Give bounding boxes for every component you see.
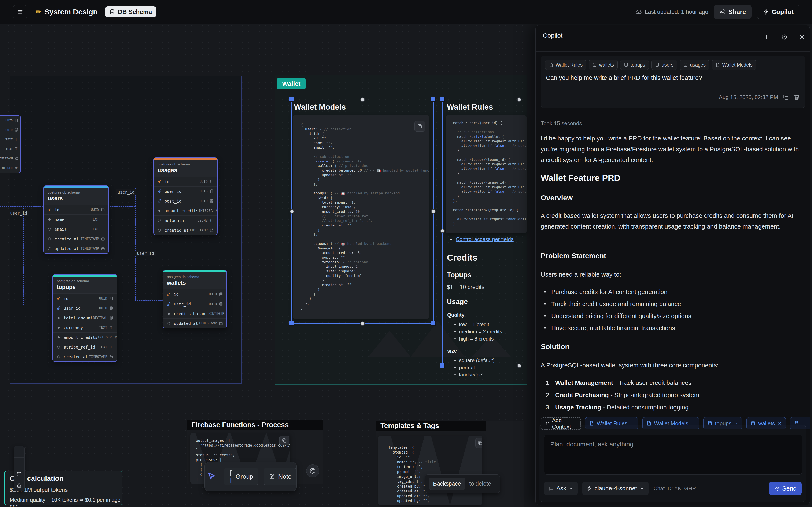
- table-field-row[interactable]: created_at TIMESTAMP: [53, 352, 117, 361]
- opt-icon: [56, 345, 61, 349]
- fit-view-button[interactable]: [14, 468, 24, 480]
- prompt-input[interactable]: Plan, document, ask anything: [544, 435, 802, 475]
- table-field-row[interactable]: updated_at TIMESTAMP: [163, 318, 226, 328]
- close-panel-button[interactable]: [798, 33, 806, 41]
- remove-chip-icon[interactable]: [630, 421, 634, 426]
- context-chip-wallet-rules[interactable]: Wallet Rules: [545, 60, 586, 70]
- color-palette-button[interactable]: [306, 464, 319, 477]
- selection-handle[interactable]: [517, 97, 521, 102]
- context-chip-topups[interactable]: topups: [620, 60, 649, 70]
- composer-chip-topups[interactable]: topups: [703, 417, 742, 430]
- selection-handle[interactable]: [440, 97, 445, 102]
- selection-handle[interactable]: [440, 229, 445, 233]
- templates-tags-card[interactable]: Templates & Tags { templates: { $tempId:…: [376, 421, 524, 507]
- clipped-table-fragment[interactable]: UUID UUID TEXTT TEXTT TIMESTAMP INTEGER#: [0, 115, 21, 173]
- table-field-row[interactable]: amount_credits INTEGER#: [154, 206, 217, 216]
- note-tool-button[interactable]: Note: [264, 468, 297, 486]
- table-field-row[interactable]: id UUID: [163, 289, 226, 299]
- copilot-button[interactable]: Copilot: [757, 5, 799, 19]
- copy-message-icon[interactable]: [782, 94, 789, 101]
- wallet-rules-title[interactable]: Wallet Rules: [447, 103, 493, 112]
- table-field-row[interactable]: post_id UUID: [154, 196, 217, 206]
- tab-db-schema[interactable]: DB Schema: [105, 6, 156, 17]
- ask-mode-button[interactable]: Ask: [544, 482, 578, 495]
- table-field-row[interactable]: id UUID: [154, 177, 217, 186]
- table-field-row[interactable]: metadata JSONB{}: [154, 216, 217, 225]
- table-header[interactable]: postgres.db.schema wallets: [163, 272, 226, 289]
- select-tool-button[interactable]: [205, 472, 218, 482]
- share-button[interactable]: Share: [714, 5, 751, 19]
- db-type-icon: [109, 316, 113, 320]
- table-field-row[interactable]: id UUID: [53, 293, 117, 303]
- field-name: stripe_ref_id: [64, 345, 95, 349]
- new-chat-button[interactable]: [762, 33, 771, 41]
- table-field-row[interactable]: created_at TIMESTAMP: [154, 225, 217, 235]
- composer-chip-clipped[interactable]: [790, 417, 810, 430]
- context-chip-wallets[interactable]: wallets: [589, 60, 617, 70]
- copy-code-button[interactable]: [280, 436, 289, 445]
- table-usages[interactable]: postgres.db.schema usages id UUID user_i…: [153, 157, 217, 235]
- table-header[interactable]: postgres.db.schema topups: [53, 277, 117, 293]
- required-field-icon: [56, 335, 61, 340]
- wallet-models-title[interactable]: Wallet Models: [294, 103, 346, 112]
- selection-handle[interactable]: [430, 97, 436, 102]
- selection-handle[interactable]: [290, 209, 294, 214]
- document-icon: [647, 421, 652, 426]
- table-wallets[interactable]: postgres.db.schema wallets id UUID user_…: [163, 270, 227, 329]
- selection-handle[interactable]: [517, 363, 521, 368]
- control-access-link[interactable]: Control access per fields: [456, 236, 514, 242]
- selection-handle[interactable]: [360, 321, 365, 326]
- table-field-row[interactable]: user_id UUID: [53, 303, 117, 313]
- selection-handle[interactable]: [289, 97, 294, 102]
- context-chip-wallet-models[interactable]: Wallet Models: [712, 60, 756, 70]
- table-field-row[interactable]: stripe_ref_id TEXTT: [53, 342, 117, 352]
- table-field-row[interactable]: currency TEXTT: [53, 323, 117, 332]
- model-selector[interactable]: claude-4-sonnet: [582, 482, 649, 495]
- copy-code-button[interactable]: [475, 438, 482, 448]
- zoom-in-button[interactable]: +: [14, 446, 24, 457]
- table-field-row[interactable]: credits_balance INTEGER#: [163, 308, 226, 318]
- table-field-row[interactable]: total_amount DECIMAL: [53, 313, 117, 323]
- solution-heading: Solution: [541, 342, 569, 351]
- table-header[interactable]: postgres.db.schema usages: [154, 160, 217, 177]
- table-field-row[interactable]: email TEXTT: [44, 224, 108, 234]
- send-button[interactable]: Send: [769, 482, 802, 495]
- table-field-row[interactable]: updated_at TIMESTAMP: [44, 243, 108, 253]
- menu-button[interactable]: [13, 5, 28, 18]
- zoom-out-button[interactable]: −: [14, 457, 24, 468]
- wallet-models-code[interactable]: { users: { // collection $uid: { id: "" …: [293, 115, 429, 319]
- table-users[interactable]: postgres.db.schema users id UUID name TE…: [43, 185, 109, 254]
- composer-chip-wallet-rules[interactable]: Wallet Rules: [585, 417, 638, 430]
- composer-chip-wallet-models[interactable]: Wallet Models: [643, 417, 699, 430]
- context-chip-users[interactable]: users: [651, 60, 677, 70]
- table-field-row[interactable]: amount_credits INTEGER#: [53, 332, 117, 342]
- json-type-icon: {}: [210, 218, 214, 223]
- templates-tags-code[interactable]: { templates: { $tempId: { id: "", name: …: [378, 436, 482, 505]
- add-context-button[interactable]: Add Context: [541, 417, 581, 430]
- delete-message-icon[interactable]: [794, 94, 800, 101]
- table-field-row[interactable]: created_at TIMESTAMP: [44, 234, 108, 243]
- selection-handle[interactable]: [440, 363, 445, 368]
- table-header[interactable]: postgres.db.schema users: [44, 188, 108, 205]
- remove-chip-icon[interactable]: [691, 421, 695, 426]
- remove-chip-icon[interactable]: [734, 421, 738, 426]
- wallet-rules-code[interactable]: match /users/{user_id} { // sub-collecti…: [446, 115, 526, 233]
- table-field-row[interactable]: user_id UUID: [163, 299, 226, 308]
- copy-code-button[interactable]: [414, 121, 425, 131]
- db-type-icon: [210, 180, 214, 184]
- lock-button[interactable]: [14, 480, 24, 491]
- table-field-row[interactable]: id UUID: [44, 205, 108, 214]
- selection-handle[interactable]: [431, 209, 436, 214]
- table-field-row[interactable]: user_id UUID: [154, 186, 217, 196]
- selection-handle[interactable]: [289, 321, 294, 326]
- composer-chip-wallets[interactable]: wallets: [747, 417, 785, 430]
- context-chip-usages[interactable]: usages: [679, 60, 709, 70]
- selection-handle[interactable]: [430, 321, 436, 326]
- table-field-row[interactable]: name TEXTT: [44, 214, 108, 224]
- group-tool-button[interactable]: [ ] Group: [224, 468, 258, 486]
- wallet-frame-label[interactable]: Wallet: [277, 78, 306, 89]
- selection-handle[interactable]: [360, 97, 365, 102]
- table-topups[interactable]: postgres.db.schema topups id UUID user_i…: [52, 274, 117, 362]
- history-button[interactable]: [780, 33, 789, 41]
- remove-chip-icon[interactable]: [777, 421, 782, 426]
